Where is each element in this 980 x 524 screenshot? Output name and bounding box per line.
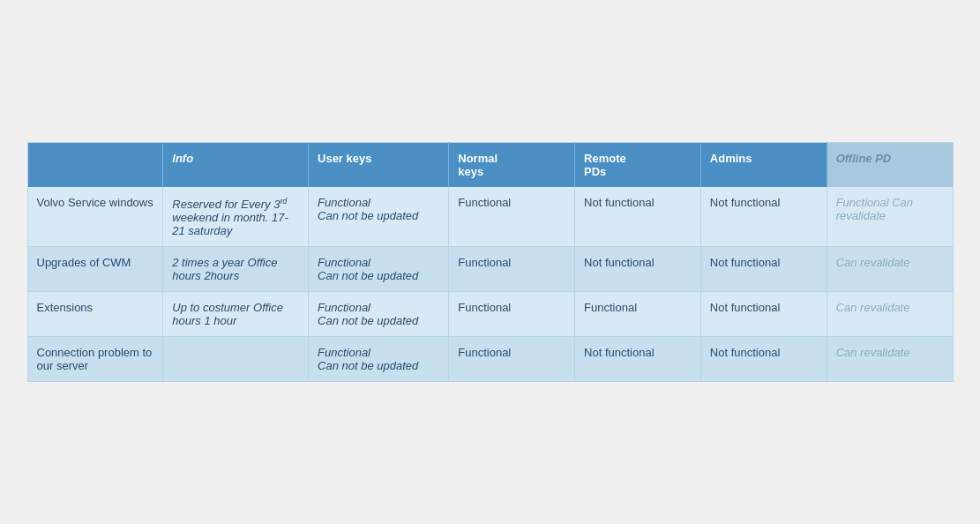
cell-offlinepd: Can revalidate [827, 246, 953, 291]
header-row: Info User keys Normalkeys RemotePDs Admi… [27, 143, 953, 188]
cell-remotepds: Functional [575, 291, 701, 336]
cell-remotepds: Not functional [575, 336, 701, 381]
cell-name: Upgrades of CWM [27, 246, 163, 291]
cell-userkeys: FunctionalCan not be updated [309, 336, 449, 381]
header-info: Info [163, 143, 309, 188]
cell-normalkeys: Functional [449, 187, 575, 246]
main-table-wrapper: Info User keys Normalkeys RemotePDs Admi… [27, 142, 954, 381]
cell-offlinepd: Functional Can revalidate [827, 187, 953, 246]
header-remotepds: RemotePDs [575, 143, 701, 188]
table-body: Volvo Service windowsReserved for Every … [27, 187, 953, 381]
cell-name: Extensions [27, 291, 163, 336]
cell-userkeys: FunctionalCan not be updated [309, 187, 449, 246]
cell-offlinepd: Can revalidate [827, 291, 953, 336]
cell-info: 2 times a year Office hours 2hours [163, 246, 309, 291]
cell-offlinepd: Can revalidate [827, 336, 953, 381]
cell-admins: Not functional [700, 187, 827, 246]
header-admins: Admins [700, 143, 827, 188]
cell-userkeys: FunctionalCan not be updated [309, 246, 449, 291]
table-row: Upgrades of CWM2 times a year Office hou… [27, 246, 953, 291]
header-name [27, 143, 163, 188]
table-row: Volvo Service windowsReserved for Every … [27, 187, 953, 246]
cell-normalkeys: Functional [449, 336, 575, 381]
cell-name: Connection problem to our server [27, 336, 163, 381]
table-row: Connection problem to our serverFunction… [27, 336, 953, 381]
cell-userkeys: FunctionalCan not be updated [309, 291, 449, 336]
header-userkeys: User keys [309, 143, 449, 188]
cell-remotepds: Not functional [575, 187, 701, 246]
cell-name: Volvo Service windows [27, 187, 163, 246]
status-table: Info User keys Normalkeys RemotePDs Admi… [27, 142, 954, 381]
cell-info [163, 336, 309, 381]
cell-admins: Not functional [700, 291, 827, 336]
cell-admins: Not functional [700, 246, 827, 291]
cell-remotepds: Not functional [575, 246, 701, 291]
cell-info: Reserved for Every 3rd weekend in month.… [163, 187, 309, 246]
table-row: ExtensionsUp to costumer Office hours 1 … [27, 291, 953, 336]
cell-info: Up to costumer Office hours 1 hour [163, 291, 309, 336]
header-normalkeys: Normalkeys [449, 143, 575, 188]
cell-admins: Not functional [700, 336, 827, 381]
cell-normalkeys: Functional [449, 246, 575, 291]
header-offlinepd: Offline PD [827, 143, 953, 188]
cell-normalkeys: Functional [449, 291, 575, 336]
